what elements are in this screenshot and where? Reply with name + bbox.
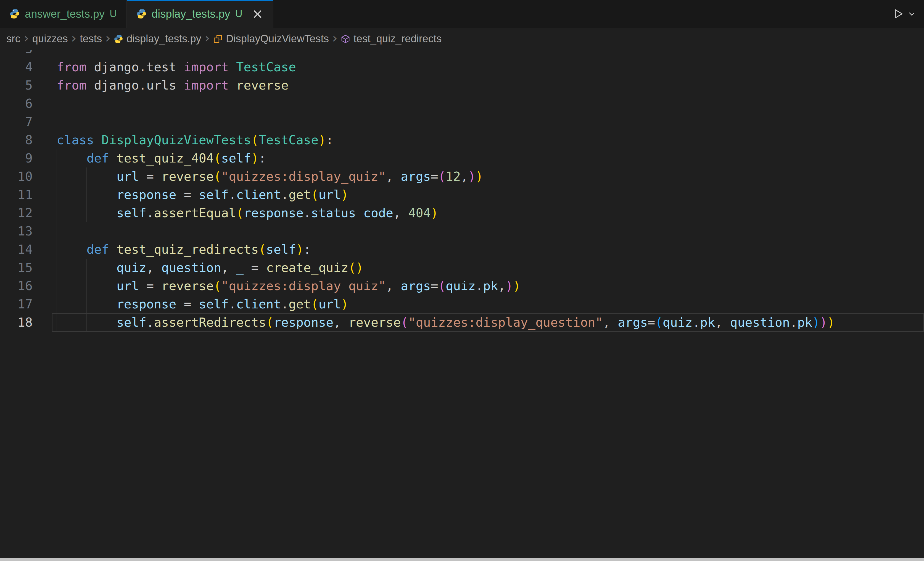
code-line-10[interactable]: 10 url = reverse("quizzes:display_quiz",… [0, 167, 924, 186]
code-line-8[interactable]: 8class DisplayQuizViewTests(TestCase): [0, 131, 924, 149]
code-line-14[interactable]: 14 def test_quiz_redirects(self): [0, 241, 924, 259]
chevron-right-icon: › [329, 31, 341, 45]
indent-guide [86, 259, 87, 277]
code-line-17[interactable]: 17 response = self.client.get(url) [0, 295, 924, 313]
line-number[interactable]: 18 [0, 313, 52, 332]
indent-guide [86, 186, 87, 204]
line-number[interactable]: 12 [0, 204, 52, 222]
chevron-down-icon [908, 9, 916, 18]
code-text [52, 113, 924, 131]
line-number[interactable]: 6 [0, 95, 52, 113]
code-text: from django.urls import reverse [52, 76, 924, 95]
run-python-file-button[interactable] [892, 8, 904, 20]
line-number[interactable]: 8 [0, 131, 52, 149]
indent-guide [57, 204, 57, 222]
breadcrumb-item-quizzes[interactable]: quizzes [32, 33, 68, 45]
breadcrumb-label: test_quiz_redirects [354, 33, 442, 45]
line-number[interactable]: 7 [0, 113, 52, 131]
code-line-12[interactable]: 12 self.assertEqual(response.status_code… [0, 204, 924, 222]
run-options-dropdown[interactable] [908, 9, 916, 18]
line-number[interactable]: 10 [0, 167, 52, 186]
breadcrumb-label: quizzes [32, 33, 68, 45]
line-number[interactable]: 4 [0, 58, 52, 76]
code-line-13[interactable]: 13 [0, 222, 924, 241]
chevron-right-icon: › [68, 31, 80, 45]
code-area[interactable]: 34from django.test import TestCase5from … [0, 50, 924, 558]
breadcrumb: src›quizzes›tests›display_tests.py›Displ… [0, 28, 924, 50]
code-line-7[interactable]: 7 [0, 113, 924, 131]
line-number[interactable]: 11 [0, 186, 52, 204]
line-number[interactable]: 17 [0, 295, 52, 313]
code-text: response = self.client.get(url) [52, 295, 924, 313]
indent-guide [57, 295, 57, 313]
code-text: self.assertRedirects(response, reverse("… [52, 313, 924, 332]
tab-display_tests.py[interactable]: display_tests.pyU× [127, 0, 273, 28]
breadcrumb-label: display_tests.py [126, 33, 201, 45]
code-text: url = reverse("quizzes:display_quiz", ar… [52, 277, 924, 295]
tab-bar-tabs: answer_tests.pyUdisplay_tests.pyU× [0, 0, 273, 28]
indent-guide [86, 277, 87, 295]
code-line-11[interactable]: 11 response = self.client.get(url) [0, 186, 924, 204]
breadcrumb-item-tests[interactable]: tests [80, 33, 102, 45]
symbol-class-icon [213, 34, 223, 44]
line-number[interactable]: 3 [0, 50, 52, 58]
vscode-editor-window: answer_tests.pyUdisplay_tests.pyU× src›q… [0, 0, 924, 561]
code-line-18[interactable]: 18 self.assertRedirects(response, revers… [0, 313, 924, 332]
code-line-5[interactable]: 5from django.urls import reverse [0, 76, 924, 95]
indent-guide [57, 186, 57, 204]
git-status-badge: U [235, 8, 243, 20]
indent-guide [57, 241, 57, 259]
tab-label: answer_tests.py [25, 8, 105, 20]
indent-guide [57, 313, 57, 332]
line-number[interactable]: 15 [0, 259, 52, 277]
editor-actions [892, 0, 916, 28]
code-line-4[interactable]: 4from django.test import TestCase [0, 58, 924, 76]
line-number[interactable]: 9 [0, 149, 52, 167]
breadcrumb-label: src [6, 33, 20, 45]
close-icon[interactable]: × [252, 7, 264, 21]
chevron-right-icon: › [201, 31, 213, 45]
bottom-strip [0, 558, 924, 561]
indent-guide [57, 222, 57, 241]
indent-guide [86, 167, 87, 186]
code-line-3[interactable]: 3 [0, 50, 924, 58]
code-text: from django.test import TestCase [52, 58, 924, 76]
indent-guide [57, 259, 57, 277]
breadcrumb-label: DisplayQuizViewTests [226, 33, 329, 45]
code-text: response = self.client.get(url) [52, 186, 924, 204]
line-number[interactable]: 13 [0, 222, 52, 241]
indent-guide [86, 204, 87, 222]
tab-bar: answer_tests.pyUdisplay_tests.pyU× [0, 0, 924, 28]
code-text: class DisplayQuizViewTests(TestCase): [52, 131, 924, 149]
indent-guide [57, 149, 57, 167]
breadcrumb-item-display_tests.py[interactable]: display_tests.py [114, 33, 201, 45]
code-line-6[interactable]: 6 [0, 95, 924, 113]
code-text: def test_quiz_redirects(self): [52, 241, 924, 259]
code-text [52, 95, 924, 113]
code-line-16[interactable]: 16 url = reverse("quizzes:display_quiz",… [0, 277, 924, 295]
play-icon [892, 8, 904, 20]
line-number[interactable]: 16 [0, 277, 52, 295]
python-icon [136, 9, 147, 19]
tab-label: display_tests.py [152, 8, 230, 20]
git-status-badge: U [110, 8, 117, 20]
breadcrumb-item-src[interactable]: src [6, 33, 20, 45]
breadcrumb-item-DisplayQuizViewTests[interactable]: DisplayQuizViewTests [213, 33, 329, 45]
breadcrumb-item-test_quiz_redirects[interactable]: test_quiz_redirects [341, 33, 442, 45]
python-icon [9, 9, 20, 19]
chevron-right-icon: › [102, 31, 114, 45]
indent-guide [57, 167, 57, 186]
code-text: self.assertEqual(response.status_code, 4… [52, 204, 924, 222]
indent-guide [86, 295, 87, 313]
code-text: url = reverse("quizzes:display_quiz", ar… [52, 167, 924, 186]
code-text [52, 222, 924, 241]
code-line-9[interactable]: 9 def test_quiz_404(self): [0, 149, 924, 167]
code-text: quiz, question, _ = create_quiz() [52, 259, 924, 277]
tab-answer_tests.py[interactable]: answer_tests.pyU [0, 0, 127, 28]
indent-guide [57, 277, 57, 295]
indent-guide [86, 313, 87, 332]
line-number[interactable]: 5 [0, 76, 52, 95]
line-number[interactable]: 14 [0, 241, 52, 259]
chevron-right-icon: › [20, 31, 32, 45]
code-line-15[interactable]: 15 quiz, question, _ = create_quiz() [0, 259, 924, 277]
